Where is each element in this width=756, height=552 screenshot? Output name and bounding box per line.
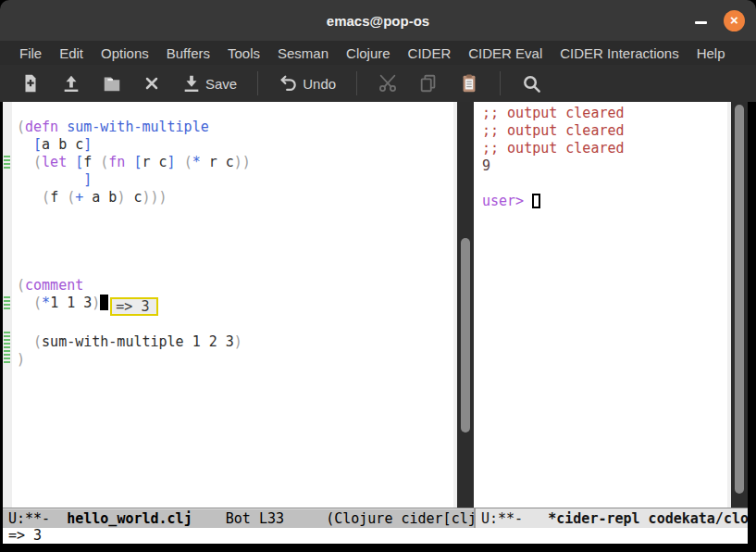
open-icon [61, 73, 81, 94]
paste-icon [459, 73, 479, 94]
close-buffer-button[interactable] [143, 74, 161, 93]
cut-button[interactable] [378, 73, 398, 94]
text-line: (f (+ a b) c))) [17, 189, 452, 207]
toolbar-separator [500, 71, 501, 95]
menu-item-cider-interactions[interactable]: CIDER Interactions [557, 44, 681, 63]
titlebar: emacs@pop-os × [0, 0, 756, 41]
menu-item-tools[interactable]: Tools [225, 44, 263, 63]
menu-bar: FileEditOptionsBuffersToolsSesmanClojure… [0, 41, 756, 65]
repl-scrollbar-thumb[interactable] [735, 105, 744, 494]
cut-icon [378, 73, 398, 94]
text-line: ;; output cleared [482, 122, 725, 140]
emacs-frame: emacs@pop-os × FileEditOptionsBuffersToo… [0, 0, 756, 552]
toolbar-separator [356, 71, 357, 95]
text-line: ] [17, 171, 452, 189]
text-line [17, 224, 452, 242]
undo-button[interactable]: Undo [279, 73, 336, 94]
text-line: ;; output cleared [482, 140, 725, 157]
menu-item-help[interactable]: Help [694, 44, 728, 63]
repl-cursor [532, 194, 540, 208]
menu-item-cider[interactable]: CIDER [405, 44, 454, 63]
save-button-label: Save [205, 76, 237, 92]
editor-window[interactable]: (defn sum-with-multiple [a b c] (let [f … [3, 102, 474, 508]
repl-modeline[interactable]: U:**- *cider-repl codekata/cloj [474, 508, 748, 528]
echo-area: => 3 [3, 528, 748, 544]
minimize-button[interactable] [694, 14, 707, 27]
tool-bar: SaveUndo [0, 65, 756, 102]
text-line: ;; output cleared [482, 105, 725, 122]
paste-button[interactable] [459, 73, 479, 94]
editor-scrollbar-thumb[interactable] [461, 238, 470, 433]
text-line: (defn sum-with-multiple [17, 119, 452, 136]
text-line [17, 259, 452, 277]
diff-added-fringe-mark [4, 332, 10, 363]
new-file-icon [20, 73, 41, 94]
content-area: (defn sum-with-multiple [a b c] (let [f … [3, 102, 748, 508]
menu-item-file[interactable]: File [17, 44, 44, 63]
open-file-button[interactable] [61, 73, 81, 94]
window-buttons: × [694, 0, 745, 41]
new-file-button[interactable] [20, 73, 41, 94]
text-line: (*1 1 3)=> 3 [17, 295, 452, 316]
dired-button[interactable] [102, 73, 122, 94]
close-icon [143, 74, 161, 93]
editor-text[interactable]: (defn sum-with-multiple [a b c] (let [f … [3, 102, 474, 508]
menu-item-clojure[interactable]: Clojure [343, 44, 393, 63]
text-line [17, 207, 452, 224]
minimize-icon [695, 21, 707, 24]
menu-item-cider-eval[interactable]: CIDER Eval [465, 44, 545, 63]
text-line: (comment [17, 277, 452, 295]
repl-window[interactable]: ;; output cleared;; output cleared;; out… [474, 102, 748, 508]
text-line: (let [f (fn [r c] (* r c)) [17, 154, 452, 171]
text-line: ) [17, 351, 452, 369]
diff-added-fringe-mark [4, 296, 10, 310]
copy-button[interactable] [418, 73, 439, 94]
repl-scrollbar[interactable] [727, 102, 748, 508]
menu-item-sesman[interactable]: Sesman [275, 44, 331, 63]
repl-text[interactable]: ;; output cleared;; output cleared;; out… [474, 102, 748, 508]
text-cursor [100, 295, 108, 310]
menu-item-edit[interactable]: Edit [56, 44, 86, 63]
text-line [17, 242, 452, 259]
text-line: user> [482, 193, 725, 210]
editor-scrollbar[interactable] [453, 102, 474, 508]
diff-added-fringe-mark [4, 156, 10, 169]
text-line: 9 [482, 157, 725, 175]
close-button[interactable]: × [724, 10, 745, 31]
save-icon [181, 73, 202, 94]
undo-icon [279, 73, 299, 94]
text-line: (sum-with-multiple 1 2 3) [17, 333, 452, 351]
menu-item-options[interactable]: Options [98, 44, 152, 63]
text-line [17, 316, 452, 333]
text-line [482, 175, 725, 193]
search-button[interactable] [521, 73, 542, 94]
save-button[interactable]: Save [181, 73, 237, 94]
folder-icon [102, 73, 122, 94]
toolbar-separator [257, 71, 258, 95]
mode-lines: U:**- hello_world.clj Bot L33 (Clojure c… [3, 508, 748, 528]
eval-result-overlay: => 3 [110, 297, 158, 316]
editor-modeline[interactable]: U:**- hello_world.clj Bot L33 (Clojure c… [3, 508, 474, 528]
menu-item-buffers[interactable]: Buffers [164, 44, 213, 63]
undo-button-label: Undo [303, 76, 336, 92]
copy-icon [418, 73, 439, 94]
window-title: emacs@pop-os [327, 13, 429, 29]
text-line: [a b c] [17, 136, 452, 154]
search-icon [521, 73, 542, 94]
